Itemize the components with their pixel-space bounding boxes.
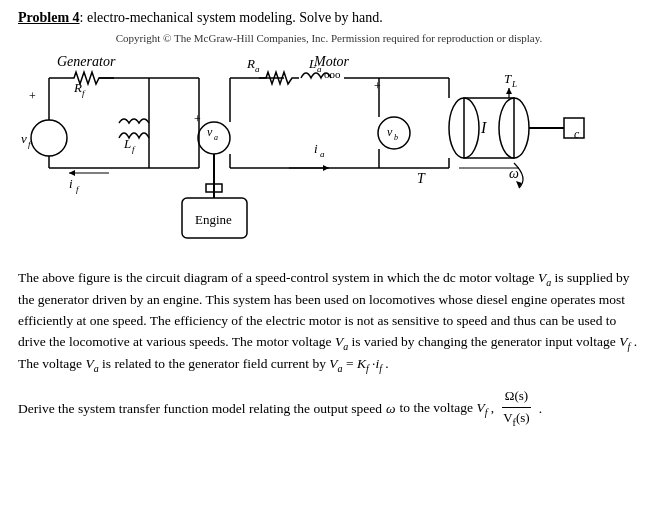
svg-text:i: i: [314, 141, 318, 156]
svg-text:b: b: [394, 133, 398, 142]
svg-text:a: a: [214, 133, 218, 142]
svg-text:c: c: [574, 127, 580, 141]
body-text: The above figure is the circuit diagram …: [18, 268, 640, 376]
derive-text2: to the voltage Vf ,: [400, 397, 495, 421]
svg-text:L: L: [511, 79, 517, 89]
svg-text:+: +: [29, 89, 36, 103]
svg-text:f: f: [82, 88, 86, 98]
diagram-container: Generator Motor + v f R f L f i f: [18, 48, 640, 258]
svg-text:+: +: [374, 79, 381, 93]
svg-text:v: v: [207, 125, 213, 139]
svg-text:Generator: Generator: [57, 54, 116, 69]
svg-text:a: a: [255, 64, 260, 74]
svg-text:T: T: [417, 171, 426, 186]
circuit-diagram: Generator Motor + v f R f L f i f: [19, 48, 639, 258]
svg-text:Engine: Engine: [195, 212, 232, 227]
svg-text:L: L: [123, 136, 131, 151]
period: .: [539, 398, 542, 420]
fraction-denominator: Vf(s): [500, 408, 532, 431]
svg-text:f: f: [132, 144, 136, 154]
transfer-function-fraction: Ω(s) Vf(s): [500, 386, 532, 430]
svg-text:L: L: [308, 56, 316, 71]
problem-title-text: : electro-mechanical system modeling. So…: [80, 10, 383, 25]
svg-text:R: R: [246, 56, 255, 71]
derive-text: Derive the system transfer function mode…: [18, 398, 382, 420]
svg-point-5: [31, 120, 67, 156]
svg-text:I: I: [480, 119, 487, 136]
body-text-content: The above figure is the circuit diagram …: [18, 270, 637, 371]
omega-symbol: ω: [386, 398, 396, 420]
svg-text:v: v: [21, 131, 27, 146]
copyright-text: Copyright © The McGraw-Hill Companies, I…: [18, 32, 640, 44]
svg-text:ooo: ooo: [324, 68, 341, 80]
svg-text:i: i: [69, 176, 73, 191]
svg-marker-72: [516, 181, 522, 188]
svg-text:f: f: [76, 184, 80, 194]
problem-title: Problem 4: electro-mechanical system mod…: [18, 10, 640, 26]
svg-text:T: T: [504, 71, 512, 86]
svg-text:a: a: [317, 64, 322, 74]
derive-section: Derive the system transfer function mode…: [18, 386, 640, 430]
svg-rect-55: [464, 98, 514, 158]
svg-marker-53: [323, 165, 329, 171]
svg-text:v: v: [387, 125, 393, 139]
svg-text:+: +: [194, 112, 201, 126]
svg-text:a: a: [320, 149, 325, 159]
problem-number: Problem 4: [18, 10, 80, 25]
fraction-numerator: Ω(s): [502, 386, 531, 408]
